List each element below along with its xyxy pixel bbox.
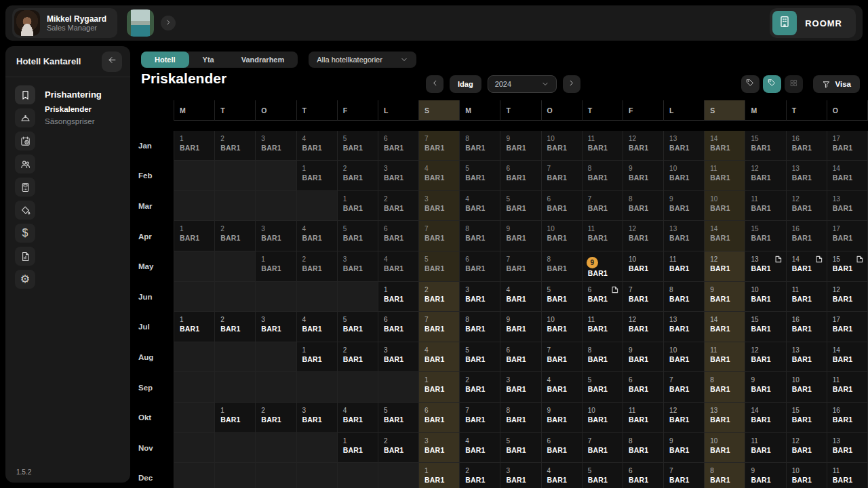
day-cell-Mar-6[interactable]: 6BAR1	[542, 191, 583, 222]
nav-item-priskalender[interactable]: Priskalender	[45, 105, 126, 113]
day-cell-Dec-3[interactable]: 3BAR1	[500, 463, 541, 488]
user-profile-chip[interactable]: Mikkel Rygaard Sales Manager	[12, 8, 117, 38]
day-cell-Jan-14[interactable]: 14BAR1	[705, 131, 745, 161]
day-cell-Dec-7[interactable]: 7BAR1	[664, 463, 705, 488]
day-cell-Okt-15[interactable]: 15BAR1	[787, 403, 827, 433]
day-cell-May-5[interactable]: 5BAR1	[419, 251, 460, 282]
day-cell-Apr-12[interactable]: 12BAR1	[623, 221, 664, 251]
day-cell-Apr-7[interactable]: 7BAR1	[419, 221, 460, 251]
day-cell-Dec-4[interactable]: 4BAR1	[542, 463, 583, 488]
day-cell-Sep-8[interactable]: 8BAR1	[705, 372, 745, 403]
day-cell-Mar-12[interactable]: 12BAR1	[787, 191, 827, 222]
day-cell-Jul-8[interactable]: 8BAR1	[460, 312, 500, 342]
day-cell-Jun-5[interactable]: 5BAR1	[542, 282, 583, 312]
day-cell-Jan-9[interactable]: 9BAR1	[500, 131, 541, 161]
day-cell-Apr-4[interactable]: 4BAR1	[297, 221, 338, 251]
day-cell-May-15[interactable]: 15BAR1	[827, 251, 868, 282]
day-cell-Apr-3[interactable]: 3BAR1	[256, 221, 296, 251]
day-cell-Jan-7[interactable]: 7BAR1	[419, 131, 460, 161]
day-cell-Aug-10[interactable]: 10BAR1	[664, 342, 705, 373]
day-cell-Nov-2[interactable]: 2BAR1	[378, 433, 419, 464]
sidebar-users-button[interactable]	[15, 155, 35, 174]
day-cell-Aug-11[interactable]: 11BAR1	[705, 342, 745, 373]
day-cell-Apr-8[interactable]: 8BAR1	[460, 221, 500, 251]
day-cell-Okt-4[interactable]: 4BAR1	[338, 403, 378, 433]
day-cell-Mar-1[interactable]: 1BAR1	[338, 191, 378, 222]
day-cell-May-12[interactable]: 12BAR1	[705, 251, 745, 282]
day-cell-Aug-1[interactable]: 1BAR1	[297, 342, 338, 373]
back-button[interactable]	[102, 52, 122, 72]
profile-expand-button[interactable]	[161, 16, 176, 30]
day-cell-Apr-15[interactable]: 15BAR1	[745, 221, 786, 251]
day-cell-Jan-16[interactable]: 16BAR1	[787, 131, 827, 161]
day-cell-Okt-8[interactable]: 8BAR1	[500, 403, 541, 433]
day-cell-Aug-13[interactable]: 13BAR1	[787, 342, 827, 373]
day-cell-Mar-2[interactable]: 2BAR1	[378, 191, 419, 222]
day-cell-Okt-10[interactable]: 10BAR1	[583, 403, 623, 433]
day-cell-Okt-9[interactable]: 9BAR1	[542, 403, 583, 433]
day-cell-Sep-7[interactable]: 7BAR1	[664, 372, 705, 403]
day-cell-Jul-17[interactable]: 17BAR1	[827, 312, 868, 342]
today-button[interactable]: Idag	[450, 75, 481, 93]
day-cell-Sep-9[interactable]: 9BAR1	[745, 372, 786, 403]
day-cell-Apr-13[interactable]: 13BAR1	[664, 221, 705, 251]
day-cell-Apr-6[interactable]: 6BAR1	[378, 221, 419, 251]
day-cell-Mar-13[interactable]: 13BAR1	[827, 191, 868, 222]
day-cell-Feb-7[interactable]: 7BAR1	[542, 161, 583, 191]
day-cell-Jul-7[interactable]: 7BAR1	[419, 312, 460, 342]
day-cell-Nov-5[interactable]: 5BAR1	[500, 433, 541, 464]
view-toggle-rate-tag-outline[interactable]	[741, 75, 760, 93]
day-cell-Okt-16[interactable]: 16BAR1	[827, 403, 868, 433]
day-cell-Apr-2[interactable]: 2BAR1	[215, 221, 256, 251]
day-cell-Mar-4[interactable]: 4BAR1	[460, 191, 500, 222]
day-cell-Jun-6[interactable]: 6BAR1	[583, 282, 623, 312]
day-cell-Nov-6[interactable]: 6BAR1	[542, 433, 583, 464]
year-select[interactable]: 2024	[488, 75, 557, 93]
day-cell-Apr-17[interactable]: 17BAR1	[827, 221, 868, 251]
day-cell-Jun-7[interactable]: 7BAR1	[623, 282, 664, 312]
day-cell-Feb-1[interactable]: 1BAR1	[297, 161, 338, 191]
day-cell-Jan-12[interactable]: 12BAR1	[623, 131, 664, 161]
day-cell-Jun-8[interactable]: 8BAR1	[664, 282, 705, 312]
day-cell-Jan-2[interactable]: 2BAR1	[215, 131, 256, 161]
day-cell-Jun-4[interactable]: 4BAR1	[500, 282, 541, 312]
day-cell-Feb-4[interactable]: 4BAR1	[419, 161, 460, 191]
day-cell-Aug-14[interactable]: 14BAR1	[827, 342, 868, 373]
day-cell-Mar-7[interactable]: 7BAR1	[583, 191, 623, 222]
day-cell-Okt-7[interactable]: 7BAR1	[460, 403, 500, 433]
next-year-button[interactable]	[563, 75, 580, 93]
day-cell-Apr-14[interactable]: 14BAR1	[705, 221, 745, 251]
day-cell-Nov-13[interactable]: 13BAR1	[827, 433, 868, 464]
day-cell-Jul-13[interactable]: 13BAR1	[664, 312, 705, 342]
day-cell-Okt-2[interactable]: 2BAR1	[256, 403, 296, 433]
day-cell-Sep-4[interactable]: 4BAR1	[542, 372, 583, 403]
day-cell-Apr-11[interactable]: 11BAR1	[583, 221, 623, 251]
day-cell-Okt-12[interactable]: 12BAR1	[664, 403, 705, 433]
day-cell-Sep-10[interactable]: 10BAR1	[787, 372, 827, 403]
sidebar-paint-fill-button[interactable]	[15, 201, 35, 220]
day-cell-Sep-5[interactable]: 5BAR1	[583, 372, 623, 403]
day-cell-Jun-3[interactable]: 3BAR1	[460, 282, 500, 312]
day-cell-May-14[interactable]: 14BAR1	[787, 251, 827, 282]
day-cell-Aug-9[interactable]: 9BAR1	[623, 342, 664, 373]
day-cell-May-10[interactable]: 10BAR1	[623, 251, 664, 282]
day-cell-Nov-1[interactable]: 1BAR1	[338, 433, 378, 464]
day-cell-Jun-2[interactable]: 2BAR1	[419, 282, 460, 312]
day-cell-Aug-6[interactable]: 6BAR1	[500, 342, 541, 373]
hotel-thumbnail[interactable]	[127, 9, 154, 37]
day-cell-Dec-6[interactable]: 6BAR1	[623, 463, 664, 488]
day-cell-Feb-12[interactable]: 12BAR1	[745, 161, 786, 191]
day-cell-Apr-5[interactable]: 5BAR1	[338, 221, 378, 251]
day-cell-Aug-5[interactable]: 5BAR1	[460, 342, 500, 373]
day-cell-Sep-2[interactable]: 2BAR1	[460, 372, 500, 403]
day-cell-Sep-11[interactable]: 11BAR1	[827, 372, 868, 403]
day-cell-Okt-11[interactable]: 11BAR1	[623, 403, 664, 433]
day-cell-Feb-13[interactable]: 13BAR1	[787, 161, 827, 191]
day-cell-May-11[interactable]: 11BAR1	[664, 251, 705, 282]
day-cell-Jul-9[interactable]: 9BAR1	[500, 312, 541, 342]
day-cell-Dec-11[interactable]: 11BAR1	[827, 463, 868, 488]
day-cell-Jan-13[interactable]: 13BAR1	[664, 131, 705, 161]
view-toggle-rate-tag-filled[interactable]	[763, 75, 781, 93]
day-cell-Jan-8[interactable]: 8BAR1	[460, 131, 500, 161]
day-cell-Feb-6[interactable]: 6BAR1	[500, 161, 541, 191]
